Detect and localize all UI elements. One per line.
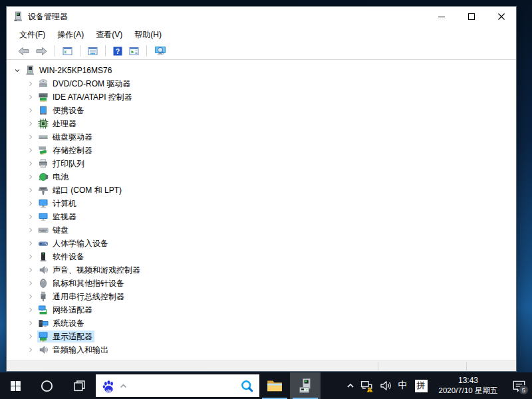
chevron-right-icon[interactable] [25,318,36,329]
tree-item-content[interactable]: 显示适配器 [37,331,94,342]
tree-item-content[interactable]: 便携设备 [37,104,86,116]
tree-item-content[interactable]: DVD/CD-ROM 驱动器 [37,78,132,90]
chevron-right-icon[interactable] [25,172,36,182]
task-view-button[interactable] [63,372,96,399]
chevron-right-icon[interactable] [25,118,36,129]
tree-item-content[interactable]: 键盘 [37,224,70,236]
chevron-right-icon[interactable] [25,265,36,275]
chevron-right-icon[interactable] [25,198,36,209]
close-button[interactable] [486,7,516,27]
tree-item-batteries[interactable]: 电池 [7,170,516,184]
baidu-search-icon[interactable] [240,379,254,393]
tree-item-content[interactable]: 存储控制器 [37,144,94,156]
show-console-tree-button[interactable] [59,45,76,58]
search-input[interactable] [132,374,240,397]
chevron-down-icon[interactable] [12,65,23,76]
tree-item-ide-ata-atapi[interactable]: IDE ATA/ATAPI 控制器 [7,90,516,104]
tree-item-sound-video-game[interactable]: 声音、视频和游戏控制器 [7,263,516,277]
tree-item-content[interactable]: 音频输入和输出 [37,344,110,356]
tree-item-software-devices[interactable]: 软件设备 [7,250,516,263]
maximize-button[interactable] [456,7,486,27]
tree-item-hid[interactable]: 人体学输入设备 [7,237,516,250]
tree-item-content[interactable]: 处理器 [37,118,78,130]
network-status-button[interactable] [358,372,376,399]
forward-button[interactable] [33,45,51,58]
tree-item-audio-inputs-outputs[interactable]: 音频输入和输出 [7,343,516,356]
tree-item-content[interactable]: 网络适配器 [37,304,94,316]
chevron-right-icon[interactable] [25,78,36,89]
menu-file[interactable]: 文件(F) [13,27,51,43]
action-center-button[interactable]: 5 [505,372,532,399]
taskbar-search-box[interactable]: du [96,374,259,397]
start-button[interactable] [0,372,31,399]
baidu-paw-icon[interactable]: du [101,378,116,394]
tree-item-portable-devices[interactable]: 便携设备 [7,104,516,117]
tree-item-display-adapters[interactable]: 显示适配器 [7,330,516,343]
tree-item-computer[interactable]: 计算机 [7,197,516,210]
titlebar[interactable]: 设备管理器 [7,7,516,27]
tree-item-content[interactable]: IDE ATA/ATAPI 控制器 [37,91,134,103]
back-button[interactable] [15,45,33,58]
volume-button[interactable] [376,372,394,399]
menu-view[interactable]: 查看(V) [90,27,128,43]
tree-item-network-adapters[interactable]: 网络适配器 [7,303,516,317]
chevron-right-icon[interactable] [25,132,36,142]
tree-item-content[interactable]: 通用串行总线控制器 [37,291,126,303]
tree-item-content[interactable]: 人体学输入设备 [37,237,110,249]
chevron-right-icon[interactable] [25,211,36,222]
taskbar-device-manager-button[interactable] [290,372,321,399]
chevron-right-icon[interactable] [25,344,36,355]
chevron-up-icon[interactable] [119,382,128,390]
tree-item-disk-drives[interactable]: 磁盘驱动器 [7,130,516,144]
chevron-right-icon[interactable] [25,238,36,249]
menu-help[interactable]: 帮助(H) [128,27,168,43]
chevron-right-icon[interactable] [25,331,36,342]
chevron-right-icon[interactable] [25,278,36,289]
menu-action[interactable]: 操作(A) [51,27,90,43]
tree-item-storage-controllers[interactable]: 存储控制器 [7,144,516,157]
tree-item-root[interactable]: WIN-2K5KP16MS76 [7,64,516,77]
tree-item-content[interactable]: 鼠标和其他指针设备 [37,277,126,289]
taskbar-clock[interactable]: 13:43 2020/7/10 星期五 [431,372,505,399]
tree-item-mice[interactable]: 鼠标和其他指针设备 [7,277,516,290]
minimize-button[interactable] [426,7,456,27]
tree-item-keyboards[interactable]: 键盘 [7,223,516,237]
tree-item-content[interactable]: 软件设备 [37,251,86,263]
chevron-right-icon[interactable] [25,225,36,235]
chevron-right-icon[interactable] [25,92,36,102]
chevron-right-icon[interactable] [25,185,36,196]
tree-item-print-queues[interactable]: 打印队列 [7,157,516,170]
tree-item-content[interactable]: 系统设备 [37,317,86,329]
tree-item-content[interactable]: WIN-2K5KP16MS76 [24,65,114,76]
scan-hardware-button[interactable] [151,44,170,58]
software-device-icon [38,251,49,262]
tree-item-content[interactable]: 声音、视频和游戏控制器 [37,264,142,276]
chevron-right-icon[interactable] [25,305,36,315]
tree-item-label: IDE ATA/ATAPI 控制器 [53,92,132,103]
help-button[interactable]: ? [110,45,126,58]
tree-item-content[interactable]: 电池 [37,171,70,183]
tree-item-content[interactable]: 端口 (COM 和 LPT) [37,184,124,196]
chevron-right-icon[interactable] [25,158,36,169]
tree-item-ports-com-lpt[interactable]: 端口 (COM 和 LPT) [7,184,516,197]
chevron-right-icon[interactable] [25,251,36,262]
tree-item-monitors[interactable]: 监视器 [7,210,516,223]
chevron-right-icon[interactable] [25,145,36,156]
tray-expand-button[interactable] [342,372,358,399]
chevron-right-icon[interactable] [25,291,36,302]
action-pane-button[interactable] [126,45,142,58]
taskbar-file-explorer-button[interactable] [259,372,290,399]
chevron-right-icon[interactable] [25,105,36,116]
tree-item-processors[interactable]: 处理器 [7,117,516,130]
tree-item-content[interactable]: 磁盘驱动器 [37,131,94,143]
tree-item-content[interactable]: 监视器 [37,211,78,223]
tree-item-content[interactable]: 打印队列 [37,158,86,170]
tree-item-dvd-cdrom[interactable]: DVD/CD-ROM 驱动器 [7,77,516,90]
ime-mode-button[interactable]: 拼 [411,372,431,399]
cortana-button[interactable] [31,372,63,399]
tree-item-system-devices[interactable]: 系统设备 [7,317,516,330]
tree-item-content[interactable]: 计算机 [37,198,78,209]
ime-language-button[interactable]: 中 [394,372,411,399]
properties-button[interactable] [84,45,101,58]
tree-item-usb-controllers[interactable]: 通用串行总线控制器 [7,290,516,303]
